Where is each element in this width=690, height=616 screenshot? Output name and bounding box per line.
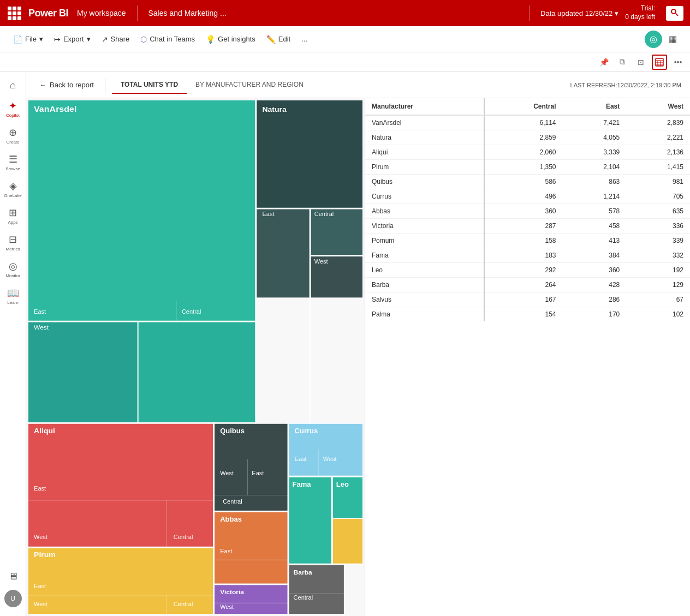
west-cell: 102 [626, 307, 690, 322]
east-cell: 458 [563, 219, 627, 234]
table-row[interactable]: Aliqui2,0603,3392,136 [365, 145, 690, 160]
east-cell: 170 [563, 307, 627, 322]
app-logo: Power BI [28, 8, 68, 19]
central-cell: 167 [484, 292, 562, 307]
svg-text:Central: Central [182, 308, 201, 315]
table-row[interactable]: Currus4961,214705 [365, 189, 690, 204]
viz-area: VanArsdel East Central Natura East Centr… [26, 98, 690, 616]
svg-text:East: East [34, 485, 46, 492]
pin-button[interactable]: 📌 [596, 55, 611, 70]
svg-rect-15 [257, 209, 310, 297]
manufacturer-cell: Aliqui [365, 145, 484, 160]
home-icon: ⌂ [10, 80, 16, 91]
svg-point-0 [671, 9, 676, 14]
svg-text:East: East [295, 456, 307, 462]
duplicate-button[interactable]: ⧉ [615, 55, 630, 70]
central-cell: 586 [484, 175, 562, 189]
workspace-name[interactable]: My workspace [77, 9, 126, 17]
svg-rect-24 [28, 423, 213, 547]
sidebar-item-browse[interactable]: ☰ Browse [1, 150, 25, 175]
west-cell: 336 [626, 219, 690, 234]
apps-icon: ⊞ [9, 207, 17, 219]
device-icon: 🖥 [8, 571, 18, 582]
central-cell: 360 [484, 204, 562, 219]
user-avatar[interactable]: U [4, 590, 22, 607]
table-row[interactable]: Quibus586863981 [365, 175, 690, 189]
svg-text:Currus: Currus [295, 427, 318, 435]
back-arrow-icon: ← [39, 81, 46, 89]
grid-menu-button[interactable] [7, 5, 22, 21]
table-row[interactable]: Barba264428129 [365, 278, 690, 292]
col-header-central: Central [484, 98, 562, 115]
east-cell: 384 [563, 248, 627, 263]
svg-rect-8 [28, 100, 255, 321]
svg-text:Central: Central [174, 601, 193, 607]
top-divider [137, 5, 138, 21]
sidebar-item-learn[interactable]: 📖 Learn [1, 284, 25, 308]
manufacturer-cell: Pirum [365, 160, 484, 175]
monitor-icon: ◎ [9, 260, 17, 272]
data-table: Manufacturer Central East West VanArsdel… [365, 98, 690, 321]
edit-button[interactable]: ✏️ Edit [262, 32, 295, 46]
sidebar-item-create[interactable]: ⊕ Create [1, 123, 25, 148]
panel-toggle-button[interactable]: ▦ [664, 31, 681, 47]
table-row[interactable]: Victoria287458336 [365, 219, 690, 234]
tab-by-manufacturer[interactable]: BY MANUFACTURER AND REGION [187, 76, 312, 94]
table-row[interactable]: Leo292360192 [365, 263, 690, 278]
sidebar-item-apps[interactable]: ⊞ Apps [1, 204, 25, 228]
drillthrough-divider [105, 77, 105, 93]
focus-mode-button[interactable]: ⊡ [633, 55, 649, 70]
insights-icon: 💡 [206, 35, 215, 44]
content-area: ← Back to report TOTAL UNITS YTD BY MANU… [26, 72, 690, 616]
central-cell: 183 [484, 248, 562, 263]
east-cell: 863 [563, 175, 627, 189]
icon-row: 📌 ⧉ ⊡ ••• [0, 52, 690, 72]
table-row[interactable]: Abbas360578635 [365, 204, 690, 219]
tab-total-units-ytd[interactable]: TOTAL UNITS YTD [112, 76, 187, 94]
east-cell: 360 [563, 263, 627, 278]
data-updated[interactable]: Data updated 12/30/22 ▾ [540, 9, 618, 17]
svg-rect-54 [333, 519, 362, 564]
svg-rect-32 [215, 423, 288, 511]
back-to-report-button[interactable]: ← Back to report [35, 79, 98, 91]
central-cell: 264 [484, 278, 562, 292]
svg-text:Pirum: Pirum [34, 551, 56, 559]
table-row[interactable]: Salvus16728667 [365, 292, 690, 307]
sidebar-item-home[interactable]: ⌂ [1, 76, 25, 94]
west-cell: 67 [626, 292, 690, 307]
table-row[interactable]: VanArsdel6,1147,4212,839 [365, 115, 690, 130]
table-row[interactable]: Fama183384332 [365, 248, 690, 263]
sidebar-item-copilot[interactable]: ✦ Copilot [1, 97, 25, 121]
svg-text:Victoria: Victoria [220, 589, 244, 596]
get-insights-button[interactable]: 💡 Get insights [201, 32, 260, 46]
treemap-container[interactable]: VanArsdel East Central Natura East Centr… [26, 98, 365, 616]
svg-rect-50 [289, 477, 332, 564]
share-button[interactable]: ↗ Share [97, 32, 134, 46]
export-button[interactable]: ↦ Export ▾ [50, 32, 95, 46]
chat-in-teams-button[interactable]: ⬡ Chat in Teams [136, 32, 199, 46]
sidebar-item-monitor[interactable]: ◎ Monitor [1, 257, 25, 282]
east-cell: 413 [563, 234, 627, 248]
more-icon-button[interactable]: ••• [670, 55, 686, 70]
table-row[interactable]: Natura2,8594,0552,221 [365, 130, 690, 145]
east-cell: 428 [563, 278, 627, 292]
manufacturer-cell: Currus [365, 189, 484, 204]
drillthrough-tabs: TOTAL UNITS YTD BY MANUFACTURER AND REGI… [112, 76, 312, 94]
table-view-button[interactable] [652, 55, 667, 70]
manufacturer-cell: Barba [365, 278, 484, 292]
table-row[interactable]: Pirum1,3502,1041,415 [365, 160, 690, 175]
treemap-svg: VanArsdel East Central Natura East Centr… [28, 100, 362, 614]
teams-icon: ⬡ [140, 35, 147, 44]
sidebar-item-onelake[interactable]: ◈ OneLake [1, 177, 25, 201]
table-row[interactable]: Pomum158413339 [365, 234, 690, 248]
svg-rect-13 [257, 100, 362, 208]
search-button[interactable] [666, 6, 683, 21]
table-row[interactable]: Palma154170102 [365, 307, 690, 322]
west-cell: 339 [626, 234, 690, 248]
sidebar-item-device[interactable]: 🖥 [1, 567, 25, 585]
profile-avatar[interactable]: ◎ [645, 31, 662, 48]
more-options-button[interactable]: ... [297, 32, 312, 46]
sidebar-item-metrics[interactable]: ⊟ Metrics [1, 230, 25, 255]
manufacturer-cell: Abbas [365, 204, 484, 219]
file-button[interactable]: 📄 File ▾ [9, 32, 47, 46]
